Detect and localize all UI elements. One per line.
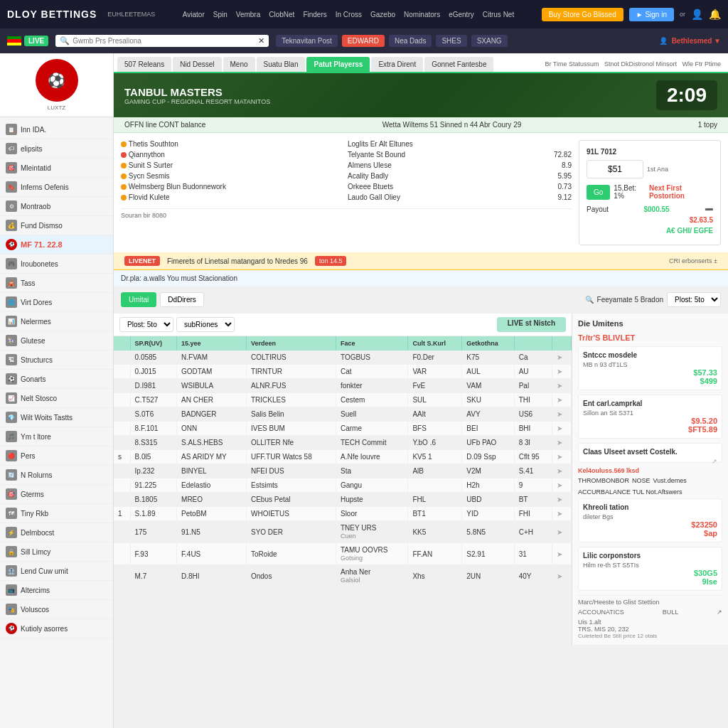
pill-edward[interactable]: EDWARD xyxy=(342,35,385,47)
sidebar-item-silllimcy[interactable]: 🔒 Sill Limcy xyxy=(0,542,113,562)
sidebar-item-glutese[interactable]: 🎠 Glutese xyxy=(0,331,113,350)
table-btn-umitai[interactable]: Umitai xyxy=(121,292,156,307)
nav-vembra[interactable]: Vembra xyxy=(236,11,260,18)
sidebar-item-mf[interactable]: ⚽ MF 71. 22.8 xyxy=(0,235,113,255)
sidebar-item-gterms[interactable]: 🎯 Gterms xyxy=(0,485,113,504)
sidebar-icon: 🗺 xyxy=(6,508,17,519)
filter-dropdown[interactable]: Plost: 5to xyxy=(667,292,721,307)
nav-finders[interactable]: Finders xyxy=(303,11,326,18)
td-num xyxy=(114,521,130,543)
notifications-icon[interactable]: 🔔 xyxy=(709,9,721,20)
td-action[interactable]: ➤ xyxy=(552,478,572,493)
sidebar-item-altercims[interactable]: 📺 Altercims xyxy=(0,581,113,600)
sidebar-item-voluscos[interactable]: 🎭 Voluscos xyxy=(0,600,113,619)
tab-meno[interactable]: Meno xyxy=(223,57,255,72)
sidebar-item-mleintatid[interactable]: 🎯 Mleintatid xyxy=(0,159,113,178)
bet-amount-input[interactable] xyxy=(587,160,643,178)
td-action[interactable]: ➤ xyxy=(552,565,572,587)
pill-shes[interactable]: SHES xyxy=(436,35,466,47)
dot-icon xyxy=(121,184,127,190)
sidebar-item-pers[interactable]: 🔴 Pers xyxy=(0,446,113,466)
td-action[interactable]: ➤ xyxy=(552,521,572,543)
login-button[interactable]: ► Sign in xyxy=(629,8,674,21)
tab-extradirent[interactable]: Extra Dirent xyxy=(371,57,423,72)
right-item-1: Sntccc mosdele MB n 93 dT1LS $57.33 $499 xyxy=(578,346,722,390)
sidebar-item-montraob[interactable]: ⚙ Montraob xyxy=(0,197,113,216)
td-action[interactable]: ➤ xyxy=(552,407,572,422)
nav-citrusnet[interactable]: Citrus Net xyxy=(483,11,514,18)
td-action[interactable]: ➤ xyxy=(552,379,572,393)
lot-info: 1st Ana xyxy=(647,166,668,173)
sidebar-item-elipsits[interactable]: 🏷 elipsits xyxy=(0,139,113,159)
search-input[interactable] xyxy=(73,37,258,45)
player-name: Sycn Sesmis xyxy=(129,172,170,180)
td-action[interactable]: ➤ xyxy=(552,493,572,507)
account-icon[interactable]: 👤 xyxy=(659,37,668,45)
td-action[interactable]: ➤ xyxy=(552,350,572,365)
nav-gazebo[interactable]: Gazebo xyxy=(370,11,395,18)
sidebar-item-inferns[interactable]: 🔖 Inferns Oefenis xyxy=(0,178,113,197)
nav-clobnet[interactable]: ClobNet xyxy=(269,11,294,18)
place-bet-button[interactable]: Go xyxy=(587,185,610,200)
sidebar-item-delmbocst[interactable]: ⚡ Delmbocst xyxy=(0,523,113,542)
td-cult: V2M xyxy=(462,464,514,478)
nav-incross[interactable]: In Cross xyxy=(336,11,362,18)
tab-507releans[interactable]: 507 Releans xyxy=(117,57,171,72)
sidebar-item-gonarts[interactable]: ⚽ Gonarts xyxy=(0,370,113,389)
sidebar-label: Montraob xyxy=(21,203,50,210)
subfilter-plost[interactable]: Plost: 5to xyxy=(119,317,173,332)
pill-teknavitan[interactable]: Teknavitan Post xyxy=(276,35,338,47)
td-action[interactable]: ➤ xyxy=(552,436,572,450)
td-action[interactable]: ➤ xyxy=(552,393,572,407)
payout-label: Payout xyxy=(587,205,609,213)
sidebar-item-iroubonetes[interactable]: 🎮 Iroubonetes xyxy=(0,255,113,274)
tabs-bar: 507 Releans Nid Dessel Meno Suatu Blan P… xyxy=(114,53,728,73)
sidebar-item-innida[interactable]: 📋 Inn IDA. xyxy=(0,120,113,139)
sidebar-item-ymtlt[interactable]: 🎵 Ym t ltore xyxy=(0,427,113,446)
td-cult: AVY xyxy=(462,407,514,422)
table-controls: Umitai DdDirers 🔍 Feeyamate 5 Bradon Plo… xyxy=(114,287,728,314)
td-team: Suell xyxy=(336,407,407,422)
sidebar-item-virtdores[interactable]: 🌐 Virt Dores xyxy=(0,293,113,312)
right-item-icon-3[interactable]: ↗ xyxy=(712,458,717,465)
nav-egentry[interactable]: eGentry xyxy=(449,11,474,18)
stats-icon[interactable]: ↗ xyxy=(717,609,722,616)
announcement-tag: LIVENET xyxy=(124,256,160,266)
register-button[interactable]: Buy Store Go Blissed xyxy=(542,8,623,21)
right-news-label: Kel4ouluss.569 lksd xyxy=(578,467,722,474)
nav-spin[interactable]: Spin xyxy=(213,11,228,18)
td-action[interactable]: ➤ xyxy=(552,450,572,464)
sidebar-item-wiltwots[interactable]: 💎 Wilt Woits Tastts xyxy=(0,408,113,427)
nav-nominators[interactable]: Nominators xyxy=(404,11,440,18)
td-action[interactable]: ➤ xyxy=(552,464,572,478)
sidebar-item-kutioly[interactable]: ⚽ Kutioly asorres xyxy=(0,619,113,638)
tab-gonnetfantesbe[interactable]: Gonnet Fantesbe xyxy=(424,57,493,72)
clear-icon[interactable]: ✕ xyxy=(258,36,264,46)
td-num xyxy=(114,436,130,450)
sidebar-item-tass[interactable]: 🎪 Tass xyxy=(0,274,113,293)
td-action[interactable]: ➤ xyxy=(552,422,572,436)
sidebar-item-funddismso[interactable]: 💰 Fund Dismso xyxy=(0,216,113,235)
pill-neadads[interactable]: Nea Dads xyxy=(389,35,432,47)
player-name: Flovid Kulete xyxy=(129,193,170,201)
user-icon[interactable]: 👤 xyxy=(691,9,703,20)
sidebar-item-neltstos[interactable]: 📈 Nelt Stosco xyxy=(0,389,113,408)
right-item-title-4: Khreoli tation xyxy=(583,503,717,511)
td-action[interactable]: ➤ xyxy=(552,365,572,379)
odds-col1: Thetis Southton Qiannython Sunit S Surte… xyxy=(121,140,345,204)
tab-niddessel[interactable]: Nid Dessel xyxy=(173,57,221,72)
tab-patutplayerss[interactable]: Patut Playerss xyxy=(306,57,370,72)
td-action[interactable]: ➤ xyxy=(552,507,572,521)
search-icon: 🔍 xyxy=(60,36,70,46)
sidebar-item-structurcs[interactable]: 🏗 Structurcs xyxy=(0,350,113,370)
sidebar-item-lendcuw[interactable]: 🏦 Lend Cuw umit xyxy=(0,562,113,581)
nav-aviator[interactable]: Aviator xyxy=(183,11,205,18)
sidebar-item-nelermes[interactable]: 📊 Nelermes xyxy=(0,312,113,331)
tab-suatublan[interactable]: Suatu Blan xyxy=(257,57,306,72)
sidebar-item-tinyrkb[interactable]: 🗺 Tiny Rkb xyxy=(0,504,113,523)
table-btn-dddirers[interactable]: DdDirers xyxy=(160,292,203,307)
subfilter-subriones[interactable]: subRiones xyxy=(176,317,235,332)
sidebar-item-nrolurns[interactable]: 🔄 N Rolurns xyxy=(0,466,113,485)
td-action[interactable]: ➤ xyxy=(552,543,572,565)
pill-sxang[interactable]: SXANG xyxy=(471,35,508,47)
